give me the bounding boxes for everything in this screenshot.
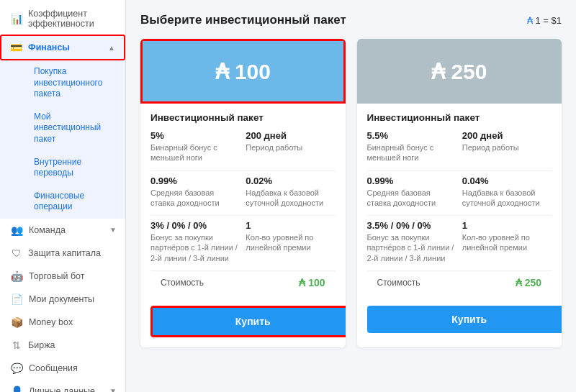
col2-value: 1 [462, 220, 552, 231]
card-col1-2-card-250: 3.5% / 0% / 0%Бонус за покупки партнёров… [367, 220, 456, 263]
col1-label: Средняя базовая ставка доходности [367, 188, 456, 209]
sidebar-label-buy-package: Покупка инвестиционного пакета [22, 66, 117, 100]
card-col1-0-card-250: 5.5%Бинарный бонус с меньшей ноги [367, 130, 456, 163]
sidebar-label-internal-transfers: Внутренние переводы [22, 157, 117, 179]
sidebar-icon-finances: 💳 [10, 42, 22, 53]
investment-card-card-100: ₳ 100Инвестиционный пакет5%Бинарный бону… [140, 39, 346, 347]
cost-value-card-100: ₳ 100 [299, 277, 325, 288]
card-col2-0-card-250: 200 днейПериод работы [462, 130, 552, 163]
card-header-card-100: ₳ 100 [140, 39, 346, 104]
sidebar-item-financial-ops[interactable]: Финансовые операции [0, 185, 125, 219]
card-row-1-card-100: 0.99%Средняя базовая ставка доходности0.… [150, 176, 336, 209]
sidebar-icon-team: 👥 [11, 224, 23, 236]
sidebar-icon-moneybox: 📦 [11, 316, 23, 328]
card-footer-card-250: Стоимость₳ 250 [367, 270, 552, 291]
card-row-1-card-250: 0.99%Средняя базовая ставка доходности0.… [367, 176, 552, 209]
card-footer-card-100: Стоимость₳ 100 [150, 270, 336, 291]
sidebar-item-exchange[interactable]: ⇅Биржа [0, 334, 125, 357]
col2-value: 200 дней [462, 130, 552, 141]
cost-value-card-250: ₳ 250 [516, 277, 541, 288]
cost-label-card-100: Стоимость [161, 278, 204, 288]
buy-button-card-250[interactable]: Купить [367, 306, 562, 333]
sidebar-label-exchange: Биржа [28, 340, 55, 350]
sidebar-icon-messages: 💬 [11, 363, 23, 374]
col2-label: Период работы [462, 142, 552, 152]
card-header-card-250: ₳ 250 [357, 39, 562, 104]
card-col2-1-card-250: 0.04%Надбавка к базовой суточной доходно… [462, 176, 552, 209]
sidebar-label-team: Команда [29, 225, 66, 235]
card-col1-2-card-100: 3% / 0% / 0%Бонус за покупки партнёров с… [150, 220, 240, 263]
cards-row: ₳ 100Инвестиционный пакет5%Бинарный бону… [140, 39, 562, 347]
col1-label: Бинарный бонус с меньшей ноги [367, 142, 456, 163]
sidebar-icon-docs: 📄 [11, 293, 23, 305]
sidebar-label-personal: Личные данные [29, 386, 95, 392]
col2-label: Надбавка к базовой суточной доходности [462, 188, 552, 209]
col2-value: 0.04% [462, 176, 552, 186]
card-section-title-card-100: Инвестиционный пакет [150, 112, 336, 123]
card-section-title-card-250: Инвестиционный пакет [367, 112, 552, 123]
main-content: Выберите инвестиционный пакет ₳ 1 = $1 ₳… [126, 0, 576, 392]
sidebar-label-my-package: Мой инвестиционный пакет [22, 111, 117, 145]
chevron-icon-finances: ▲ [108, 44, 115, 52]
card-row-2-card-250: 3.5% / 0% / 0%Бонус за покупки партнёров… [367, 220, 552, 263]
card-col2-0-card-100: 200 днейПериод работы [246, 130, 335, 163]
sidebar-item-efficiency[interactable]: 📊Коэффициент эффективности [0, 3, 125, 35]
cost-label-card-250: Стоимость [377, 278, 420, 288]
sidebar-label-efficiency: Коэффициент эффективности [28, 9, 117, 29]
sidebar-icon-personal: 👤 [11, 386, 23, 392]
sidebar-icon-exchange: ⇅ [11, 339, 22, 351]
card-body-card-250: Инвестиционный пакет5.5%Бинарный бонус с… [357, 104, 562, 300]
card-col2-2-card-250: 1Кол-во уровней по линейной премии [462, 220, 552, 263]
col2-label: Период работы [246, 142, 335, 152]
sidebar-item-my-package[interactable]: Мой инвестиционный пакет [0, 106, 125, 151]
sidebar-item-personal[interactable]: 👤Личные данные▼ [0, 380, 125, 392]
col1-value: 0.99% [367, 176, 456, 186]
investment-card-card-250: ₳ 250Инвестиционный пакет5.5%Бинарный бо… [357, 39, 562, 347]
sidebar-item-docs[interactable]: 📄Мои документы [0, 288, 125, 311]
sidebar-item-bot[interactable]: 🤖Торговый бот [0, 265, 125, 288]
col2-value: 200 дней [246, 130, 335, 141]
exchange-rate: ₳ 1 = $1 [527, 15, 562, 26]
col1-value: 0.99% [150, 176, 240, 186]
sidebar-item-internal-transfers[interactable]: Внутренние переводы [0, 151, 125, 185]
sidebar-label-capital: Защита капитала [28, 248, 101, 258]
buy-button-card-100[interactable]: Купить [150, 306, 346, 337]
sidebar-icon-efficiency: 📊 [11, 13, 22, 24]
sidebar-label-bot: Торговый бот [29, 271, 84, 281]
sidebar: 📊Коэффициент эффективности💳Финансы▲Покуп… [0, 0, 126, 392]
col1-value: 3.5% / 0% / 0% [367, 220, 456, 231]
card-col1-0-card-100: 5%Бинарный бонус с меньшей ноги [150, 130, 240, 163]
card-row-0-card-100: 5%Бинарный бонус с меньшей ноги200 днейП… [150, 130, 336, 163]
sidebar-item-messages[interactable]: 💬Сообщения [0, 357, 125, 380]
card-col2-1-card-100: 0.02%Надбавка к базовой суточной доходно… [246, 176, 335, 209]
sidebar-item-capital[interactable]: 🛡Защита капитала [0, 242, 125, 265]
col1-value: 5.5% [367, 130, 456, 141]
col1-label: Бонус за покупки партнёров с 1-й линии /… [150, 232, 240, 263]
card-col1-1-card-250: 0.99%Средняя базовая ставка доходности [367, 176, 456, 209]
sidebar-label-messages: Сообщения [29, 363, 78, 373]
chevron-icon-team: ▼ [109, 226, 117, 234]
page-title: Выберите инвестиционный пакет [140, 13, 346, 27]
col1-value: 5% [150, 130, 240, 141]
card-row-2-card-100: 3% / 0% / 0%Бонус за покупки партнёров с… [150, 220, 336, 263]
sidebar-item-team[interactable]: 👥Команда▼ [0, 219, 125, 242]
card-col2-2-card-100: 1Кол-во уровней по линейной премии [246, 220, 335, 263]
sidebar-icon-bot: 🤖 [11, 270, 23, 282]
col2-label: Кол-во уровней по линейной премии [246, 232, 335, 253]
sidebar-label-docs: Мои документы [29, 294, 94, 304]
col1-label: Бинарный бонус с меньшей ноги [150, 142, 240, 163]
sidebar-item-finances[interactable]: 💳Финансы▲ [0, 35, 125, 60]
col2-label: Надбавка к базовой суточной доходности [246, 188, 335, 209]
col1-value: 3% / 0% / 0% [150, 220, 240, 231]
main-header: Выберите инвестиционный пакет ₳ 1 = $1 [140, 13, 562, 27]
col1-label: Средняя базовая ставка доходности [150, 188, 240, 209]
sidebar-label-financial-ops: Финансовые операции [22, 191, 117, 213]
sidebar-label-finances: Финансы [28, 42, 70, 53]
sidebar-icon-capital: 🛡 [11, 247, 22, 259]
sidebar-label-moneybox: Money box [29, 317, 73, 327]
sidebar-item-moneybox[interactable]: 📦Money box [0, 311, 125, 334]
card-body-card-100: Инвестиционный пакет5%Бинарный бонус с м… [140, 104, 346, 300]
sidebar-item-buy-package[interactable]: Покупка инвестиционного пакета [0, 60, 125, 106]
col2-value: 0.02% [246, 176, 335, 186]
card-col1-1-card-100: 0.99%Средняя базовая ставка доходности [150, 176, 240, 209]
